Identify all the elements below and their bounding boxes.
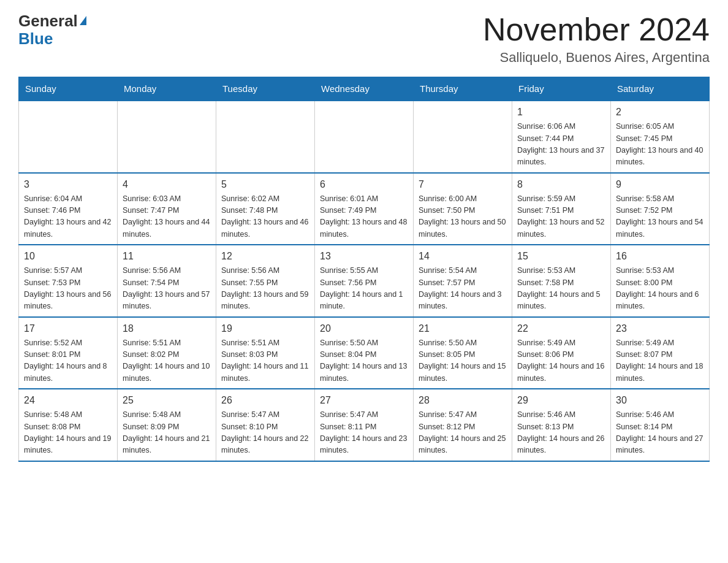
day-info: Sunrise: 5:46 AMSunset: 8:14 PMDaylight:… xyxy=(616,409,704,457)
calendar-cell xyxy=(315,101,414,173)
page-header: General Blue November 2024 Salliquelo, B… xyxy=(18,12,710,66)
calendar-cell xyxy=(216,101,315,173)
day-number: 10 xyxy=(24,249,112,264)
calendar-week-5: 24Sunrise: 5:48 AMSunset: 8:08 PMDayligh… xyxy=(19,389,710,461)
day-info: Sunrise: 5:57 AMSunset: 7:53 PMDaylight:… xyxy=(24,265,112,313)
day-info: Sunrise: 5:47 AMSunset: 8:12 PMDaylight:… xyxy=(419,409,507,457)
day-info: Sunrise: 6:04 AMSunset: 7:46 PMDaylight:… xyxy=(24,193,112,241)
day-number: 16 xyxy=(616,249,704,264)
day-number: 22 xyxy=(517,321,605,336)
day-info: Sunrise: 5:56 AMSunset: 7:55 PMDaylight:… xyxy=(221,265,309,313)
day-number: 15 xyxy=(517,249,605,264)
calendar-cell: 5Sunrise: 6:02 AMSunset: 7:48 PMDaylight… xyxy=(216,173,315,245)
calendar-cell: 25Sunrise: 5:48 AMSunset: 8:09 PMDayligh… xyxy=(118,389,216,461)
day-info: Sunrise: 5:51 AMSunset: 8:02 PMDaylight:… xyxy=(123,337,211,385)
calendar-cell: 4Sunrise: 6:03 AMSunset: 7:47 PMDaylight… xyxy=(118,173,216,245)
day-number: 3 xyxy=(24,177,112,192)
calendar-cell: 18Sunrise: 5:51 AMSunset: 8:02 PMDayligh… xyxy=(118,317,216,389)
day-number: 23 xyxy=(616,321,704,336)
day-number: 6 xyxy=(320,177,408,192)
day-info: Sunrise: 5:58 AMSunset: 7:52 PMDaylight:… xyxy=(616,193,704,241)
calendar-day-header-saturday: Saturday xyxy=(611,77,710,101)
day-number: 27 xyxy=(320,393,408,408)
calendar-cell: 3Sunrise: 6:04 AMSunset: 7:46 PMDaylight… xyxy=(19,173,118,245)
month-title: November 2024 xyxy=(483,12,710,47)
calendar-cell: 10Sunrise: 5:57 AMSunset: 7:53 PMDayligh… xyxy=(19,245,118,317)
calendar-cell: 23Sunrise: 5:49 AMSunset: 8:07 PMDayligh… xyxy=(611,317,710,389)
day-number: 18 xyxy=(123,321,211,336)
day-number: 2 xyxy=(616,105,704,120)
day-info: Sunrise: 5:48 AMSunset: 8:08 PMDaylight:… xyxy=(24,409,112,457)
day-info: Sunrise: 5:50 AMSunset: 8:05 PMDaylight:… xyxy=(419,337,507,385)
day-number: 25 xyxy=(123,393,211,408)
day-number: 24 xyxy=(24,393,112,408)
calendar-cell: 17Sunrise: 5:52 AMSunset: 8:01 PMDayligh… xyxy=(19,317,118,389)
day-number: 11 xyxy=(123,249,211,264)
day-info: Sunrise: 5:53 AMSunset: 8:00 PMDaylight:… xyxy=(616,265,704,313)
calendar-week-4: 17Sunrise: 5:52 AMSunset: 8:01 PMDayligh… xyxy=(19,317,710,389)
calendar-cell: 9Sunrise: 5:58 AMSunset: 7:52 PMDaylight… xyxy=(611,173,710,245)
logo-triangle-icon xyxy=(80,16,86,25)
title-section: November 2024 Salliquelo, Buenos Aires, … xyxy=(483,12,710,66)
day-number: 17 xyxy=(24,321,112,336)
day-number: 1 xyxy=(517,105,605,120)
calendar-cell: 14Sunrise: 5:54 AMSunset: 7:57 PMDayligh… xyxy=(414,245,512,317)
logo-blue-text: Blue xyxy=(18,29,53,48)
calendar-cell: 15Sunrise: 5:53 AMSunset: 7:58 PMDayligh… xyxy=(512,245,611,317)
day-number: 14 xyxy=(419,249,507,264)
calendar-cell: 21Sunrise: 5:50 AMSunset: 8:05 PMDayligh… xyxy=(414,317,512,389)
calendar-cell: 12Sunrise: 5:56 AMSunset: 7:55 PMDayligh… xyxy=(216,245,315,317)
day-number: 21 xyxy=(419,321,507,336)
calendar-day-header-sunday: Sunday xyxy=(19,77,118,101)
day-number: 26 xyxy=(221,393,309,408)
calendar-cell xyxy=(19,101,118,173)
calendar-cell: 22Sunrise: 5:49 AMSunset: 8:06 PMDayligh… xyxy=(512,317,611,389)
calendar-week-1: 1Sunrise: 6:06 AMSunset: 7:44 PMDaylight… xyxy=(19,101,710,173)
day-number: 12 xyxy=(221,249,309,264)
day-info: Sunrise: 5:48 AMSunset: 8:09 PMDaylight:… xyxy=(123,409,211,457)
calendar-cell: 8Sunrise: 5:59 AMSunset: 7:51 PMDaylight… xyxy=(512,173,611,245)
calendar-day-header-thursday: Thursday xyxy=(414,77,512,101)
day-number: 5 xyxy=(221,177,309,192)
calendar-cell: 13Sunrise: 5:55 AMSunset: 7:56 PMDayligh… xyxy=(315,245,414,317)
day-info: Sunrise: 5:56 AMSunset: 7:54 PMDaylight:… xyxy=(123,265,211,313)
logo-general-text: General xyxy=(18,12,78,30)
day-info: Sunrise: 6:00 AMSunset: 7:50 PMDaylight:… xyxy=(419,193,507,241)
day-info: Sunrise: 5:55 AMSunset: 7:56 PMDaylight:… xyxy=(320,265,408,313)
calendar-cell: 20Sunrise: 5:50 AMSunset: 8:04 PMDayligh… xyxy=(315,317,414,389)
day-info: Sunrise: 5:49 AMSunset: 8:06 PMDaylight:… xyxy=(517,337,605,385)
day-number: 20 xyxy=(320,321,408,336)
day-info: Sunrise: 5:59 AMSunset: 7:51 PMDaylight:… xyxy=(517,193,605,241)
calendar-cell: 27Sunrise: 5:47 AMSunset: 8:11 PMDayligh… xyxy=(315,389,414,461)
calendar-table: SundayMondayTuesdayWednesdayThursdayFrid… xyxy=(18,77,710,462)
calendar-cell: 7Sunrise: 6:00 AMSunset: 7:50 PMDaylight… xyxy=(414,173,512,245)
calendar-day-header-tuesday: Tuesday xyxy=(216,77,315,101)
calendar-cell: 26Sunrise: 5:47 AMSunset: 8:10 PMDayligh… xyxy=(216,389,315,461)
calendar-day-header-monday: Monday xyxy=(118,77,216,101)
calendar-cell: 29Sunrise: 5:46 AMSunset: 8:13 PMDayligh… xyxy=(512,389,611,461)
location-title: Salliquelo, Buenos Aires, Argentina xyxy=(483,50,710,66)
day-info: Sunrise: 5:54 AMSunset: 7:57 PMDaylight:… xyxy=(419,265,507,313)
day-info: Sunrise: 6:03 AMSunset: 7:47 PMDaylight:… xyxy=(123,193,211,241)
calendar-cell: 6Sunrise: 6:01 AMSunset: 7:49 PMDaylight… xyxy=(315,173,414,245)
calendar-day-header-wednesday: Wednesday xyxy=(315,77,414,101)
calendar-cell: 1Sunrise: 6:06 AMSunset: 7:44 PMDaylight… xyxy=(512,101,611,173)
calendar-cell: 11Sunrise: 5:56 AMSunset: 7:54 PMDayligh… xyxy=(118,245,216,317)
calendar-cell: 19Sunrise: 5:51 AMSunset: 8:03 PMDayligh… xyxy=(216,317,315,389)
day-info: Sunrise: 5:53 AMSunset: 7:58 PMDaylight:… xyxy=(517,265,605,313)
calendar-week-2: 3Sunrise: 6:04 AMSunset: 7:46 PMDaylight… xyxy=(19,173,710,245)
day-number: 30 xyxy=(616,393,704,408)
day-info: Sunrise: 5:46 AMSunset: 8:13 PMDaylight:… xyxy=(517,409,605,457)
day-info: Sunrise: 5:50 AMSunset: 8:04 PMDaylight:… xyxy=(320,337,408,385)
day-info: Sunrise: 6:02 AMSunset: 7:48 PMDaylight:… xyxy=(221,193,309,241)
day-info: Sunrise: 6:01 AMSunset: 7:49 PMDaylight:… xyxy=(320,193,408,241)
day-number: 8 xyxy=(517,177,605,192)
day-number: 7 xyxy=(419,177,507,192)
day-number: 19 xyxy=(221,321,309,336)
day-info: Sunrise: 5:47 AMSunset: 8:10 PMDaylight:… xyxy=(221,409,309,457)
day-info: Sunrise: 6:06 AMSunset: 7:44 PMDaylight:… xyxy=(517,121,605,169)
calendar-week-3: 10Sunrise: 5:57 AMSunset: 7:53 PMDayligh… xyxy=(19,245,710,317)
day-number: 13 xyxy=(320,249,408,264)
calendar-cell: 2Sunrise: 6:05 AMSunset: 7:45 PMDaylight… xyxy=(611,101,710,173)
day-number: 4 xyxy=(123,177,211,192)
